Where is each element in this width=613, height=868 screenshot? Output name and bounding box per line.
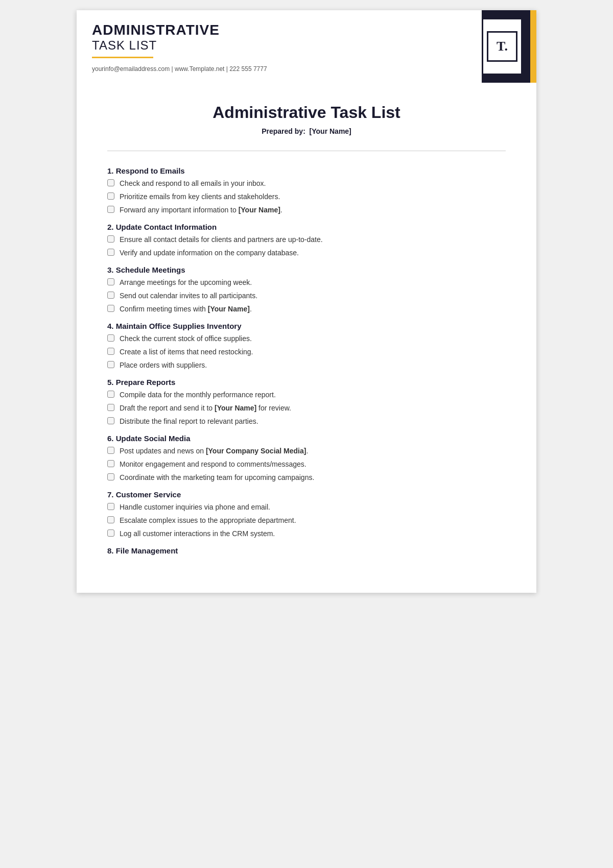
- task-item-text: Post updates and news on [Your Company S…: [120, 446, 308, 456]
- task-heading-7: 7. Customer Service: [107, 490, 506, 499]
- task-heading-2: 2. Update Contact Information: [107, 223, 506, 231]
- checkbox-icon[interactable]: [107, 417, 114, 424]
- checkbox-icon[interactable]: [107, 179, 114, 186]
- task-item[interactable]: Verify and update information on the com…: [107, 248, 506, 258]
- task-item[interactable]: Escalate complex issues to the appropria…: [107, 515, 506, 526]
- task-section-8: 8. File Management: [107, 546, 506, 555]
- header: ADMINISTRATIVE TASK LIST yourinfo@emaila…: [77, 10, 536, 83]
- task-list: 1. Respond to EmailsCheck and respond to…: [107, 166, 506, 555]
- checkbox-icon[interactable]: [107, 192, 114, 200]
- task-item-text: Log all customer interactions in the CRM…: [120, 528, 275, 539]
- checkbox-icon[interactable]: [107, 334, 114, 342]
- main-content: Administrative Task List Prepared by: [Y…: [77, 83, 536, 593]
- header-logo: T.: [482, 18, 523, 75]
- prepared-label: Prepared by:: [262, 127, 305, 135]
- checkbox-icon[interactable]: [107, 278, 114, 285]
- task-item-text: Arrange meetings for the upcoming week.: [120, 277, 252, 288]
- task-item-text: Forward any important information to [Yo…: [120, 205, 282, 215]
- task-item-text: Handle customer inquiries via phone and …: [120, 502, 270, 513]
- checkbox-icon[interactable]: [107, 292, 114, 299]
- task-item[interactable]: Place orders with suppliers.: [107, 360, 506, 371]
- checkbox-icon[interactable]: [107, 460, 114, 467]
- task-heading-3: 3. Schedule Meetings: [107, 266, 506, 274]
- header-content: ADMINISTRATIVE TASK LIST yourinfo@emaila…: [77, 10, 482, 83]
- task-item[interactable]: Arrange meetings for the upcoming week.: [107, 277, 506, 288]
- header-meta: yourinfo@emailaddress.com | www.Template…: [92, 65, 466, 73]
- task-section-7: 7. Customer ServiceHandle customer inqui…: [107, 490, 506, 539]
- task-item[interactable]: Compile data for the monthly performance…: [107, 390, 506, 400]
- task-item[interactable]: Post updates and news on [Your Company S…: [107, 446, 506, 456]
- task-item[interactable]: Monitor engagement and respond to commen…: [107, 459, 506, 470]
- task-item[interactable]: Check and respond to all emails in your …: [107, 178, 506, 189]
- task-item[interactable]: Forward any important information to [Yo…: [107, 205, 506, 215]
- task-item-text: Send out calendar invites to all partici…: [120, 291, 257, 301]
- task-item[interactable]: Draft the report and send it to [Your Na…: [107, 403, 506, 414]
- task-section-2: 2. Update Contact InformationEnsure all …: [107, 223, 506, 258]
- prepared-name: [Your Name]: [310, 127, 351, 135]
- header-title-sub: TASK LIST: [92, 38, 466, 53]
- task-item-text: Verify and update information on the com…: [120, 248, 299, 258]
- checkbox-icon[interactable]: [107, 348, 114, 355]
- header-divider: [92, 57, 153, 58]
- task-heading-6: 6. Update Social Media: [107, 434, 506, 443]
- task-heading-1: 1. Respond to Emails: [107, 166, 506, 175]
- task-item-text: Monitor engagement and respond to commen…: [120, 459, 306, 470]
- yellow-bar: [530, 10, 536, 83]
- checkbox-icon[interactable]: [107, 235, 114, 243]
- task-item-text: Place orders with suppliers.: [120, 360, 207, 371]
- task-item-text: Draft the report and send it to [Your Na…: [120, 403, 291, 414]
- task-section-1: 1. Respond to EmailsCheck and respond to…: [107, 166, 506, 215]
- task-item-text: Escalate complex issues to the appropria…: [120, 515, 296, 526]
- task-item-text: Create a list of items that need restock…: [120, 347, 253, 357]
- task-heading-8: 8. File Management: [107, 546, 506, 555]
- checkbox-icon[interactable]: [107, 249, 114, 256]
- checkbox-icon[interactable]: [107, 391, 114, 398]
- checkbox-icon[interactable]: [107, 404, 114, 411]
- checkbox-icon[interactable]: [107, 206, 114, 213]
- task-item-text: Compile data for the monthly performance…: [120, 390, 276, 400]
- task-item[interactable]: Distribute the final report to relevant …: [107, 416, 506, 427]
- task-item-text: Check the current stock of office suppli…: [120, 333, 252, 344]
- checkbox-icon[interactable]: [107, 473, 114, 480]
- task-heading-5: 5. Prepare Reports: [107, 378, 506, 387]
- task-item[interactable]: Ensure all contact details for clients a…: [107, 234, 506, 245]
- task-item[interactable]: Handle customer inquiries via phone and …: [107, 502, 506, 513]
- task-item[interactable]: Log all customer interactions in the CRM…: [107, 528, 506, 539]
- checkbox-icon[interactable]: [107, 516, 114, 523]
- page: ADMINISTRATIVE TASK LIST yourinfo@emaila…: [77, 10, 536, 593]
- doc-prepared: Prepared by: [Your Name]: [107, 127, 506, 135]
- checkbox-icon[interactable]: [107, 361, 114, 368]
- task-item[interactable]: Prioritize emails from key clients and s…: [107, 191, 506, 202]
- task-item-text: Check and respond to all emails in your …: [120, 178, 266, 189]
- section-divider: [107, 151, 506, 151]
- task-section-3: 3. Schedule MeetingsArrange meetings for…: [107, 266, 506, 315]
- doc-title: Administrative Task List: [107, 103, 506, 122]
- checkbox-icon[interactable]: [107, 529, 114, 537]
- task-item-text: Coordinate with the marketing team for u…: [120, 472, 314, 483]
- task-item[interactable]: Check the current stock of office suppli…: [107, 333, 506, 344]
- task-item[interactable]: Send out calendar invites to all partici…: [107, 291, 506, 301]
- task-item[interactable]: Create a list of items that need restock…: [107, 347, 506, 357]
- task-section-5: 5. Prepare ReportsCompile data for the m…: [107, 378, 506, 427]
- header-title-main: ADMINISTRATIVE: [92, 22, 466, 38]
- task-section-6: 6. Update Social MediaPost updates and n…: [107, 434, 506, 483]
- checkbox-icon[interactable]: [107, 305, 114, 312]
- task-item[interactable]: Coordinate with the marketing team for u…: [107, 472, 506, 483]
- checkbox-icon[interactable]: [107, 447, 114, 454]
- checkbox-icon[interactable]: [107, 503, 114, 510]
- task-section-4: 4. Maintain Office Supplies InventoryChe…: [107, 322, 506, 371]
- task-item-text: Confirm meeting times with [Your Name].: [120, 304, 252, 315]
- task-item-text: Distribute the final report to relevant …: [120, 416, 258, 427]
- task-item-text: Prioritize emails from key clients and s…: [120, 191, 280, 202]
- logo-box: T.: [487, 31, 517, 62]
- task-item[interactable]: Confirm meeting times with [Your Name].: [107, 304, 506, 315]
- task-heading-4: 4. Maintain Office Supplies Inventory: [107, 322, 506, 330]
- task-item-text: Ensure all contact details for clients a…: [120, 234, 323, 245]
